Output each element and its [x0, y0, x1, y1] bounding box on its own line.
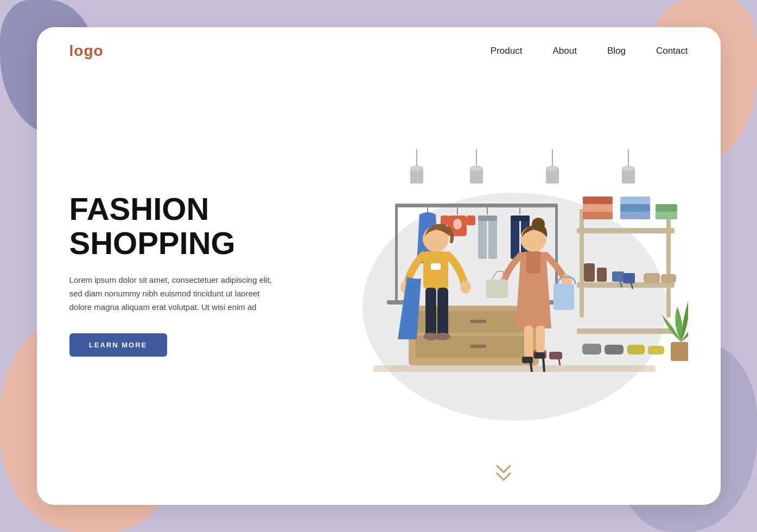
nav-contact[interactable]: Contact: [656, 46, 688, 56]
svg-rect-55: [644, 273, 660, 283]
illustration-panel: [319, 76, 688, 494]
svg-rect-12: [395, 204, 558, 207]
hero-title-line1: FASHION: [69, 192, 297, 226]
svg-rect-87: [554, 284, 574, 310]
svg-rect-25: [488, 216, 497, 259]
svg-rect-69: [431, 263, 441, 270]
svg-rect-82: [536, 326, 545, 353]
svg-rect-44: [620, 204, 650, 212]
svg-rect-39: [577, 228, 675, 233]
svg-rect-50: [597, 268, 607, 282]
nav-blog[interactable]: Blog: [607, 46, 626, 56]
nav-about[interactable]: About: [552, 46, 576, 56]
svg-point-71: [460, 281, 471, 294]
svg-rect-56: [661, 274, 676, 283]
hero-description: Lorem ipsum dolor sit amet, consectetuer…: [69, 274, 276, 314]
svg-rect-21: [441, 216, 449, 225]
svg-rect-49: [584, 263, 595, 282]
svg-rect-66: [671, 342, 688, 361]
svg-rect-51: [612, 271, 624, 282]
svg-rect-73: [437, 288, 448, 337]
hero-title: FASHION SHOPPING: [69, 192, 297, 261]
svg-point-11: [622, 166, 635, 171]
svg-rect-68: [423, 251, 448, 289]
svg-rect-78: [526, 251, 540, 273]
svg-point-2: [410, 166, 423, 171]
svg-rect-26: [478, 216, 497, 221]
svg-rect-85: [534, 352, 545, 358]
svg-rect-13: [395, 204, 398, 301]
svg-point-20: [453, 219, 462, 230]
hero-panel: FASHION SHOPPING Lorem ipsum dolor sit a…: [69, 76, 297, 494]
svg-rect-28: [511, 216, 519, 259]
svg-rect-81: [524, 326, 533, 358]
svg-rect-33: [470, 320, 486, 323]
svg-point-75: [435, 333, 450, 340]
header: logo Product About Blog Contact: [37, 27, 721, 71]
main-card: logo Product About Blog Contact FASHION …: [37, 27, 721, 505]
svg-rect-53: [623, 273, 635, 283]
svg-rect-88: [486, 280, 508, 298]
svg-rect-30: [511, 216, 530, 221]
svg-rect-35: [470, 345, 486, 348]
svg-rect-72: [425, 288, 436, 337]
svg-line-86: [543, 358, 544, 372]
svg-rect-63: [605, 345, 624, 354]
svg-rect-47: [656, 204, 677, 212]
svg-rect-45: [620, 197, 650, 204]
hero-title-line2: SHOPPING: [69, 226, 297, 261]
svg-point-5: [470, 166, 483, 171]
store-illustration: [319, 133, 688, 437]
svg-rect-64: [627, 345, 645, 354]
svg-rect-38: [666, 209, 671, 318]
svg-rect-36: [373, 365, 656, 372]
svg-rect-60: [549, 352, 562, 359]
main-content: FASHION SHOPPING Lorem ipsum dolor sit a…: [37, 71, 721, 505]
svg-rect-43: [620, 212, 650, 219]
svg-rect-37: [580, 209, 584, 318]
svg-rect-83: [522, 357, 533, 363]
svg-rect-46: [656, 212, 677, 219]
svg-point-77: [532, 218, 545, 231]
svg-line-84: [531, 363, 532, 372]
logo[interactable]: logo: [69, 42, 104, 60]
svg-rect-62: [582, 344, 601, 354]
svg-rect-65: [648, 346, 664, 354]
svg-rect-24: [478, 216, 487, 259]
learn-more-button[interactable]: LEARN MORE: [69, 333, 167, 357]
svg-rect-40: [583, 212, 613, 219]
svg-rect-22: [467, 216, 475, 225]
svg-rect-42: [583, 197, 613, 204]
svg-point-8: [546, 166, 559, 171]
svg-line-61: [559, 359, 560, 365]
nav-product[interactable]: Product: [491, 46, 523, 56]
scroll-indicator[interactable]: [493, 465, 514, 484]
scroll-chevrons-icon: [493, 465, 514, 484]
svg-rect-57: [577, 328, 675, 334]
svg-rect-41: [583, 204, 613, 212]
navigation: Product About Blog Contact: [491, 46, 688, 56]
